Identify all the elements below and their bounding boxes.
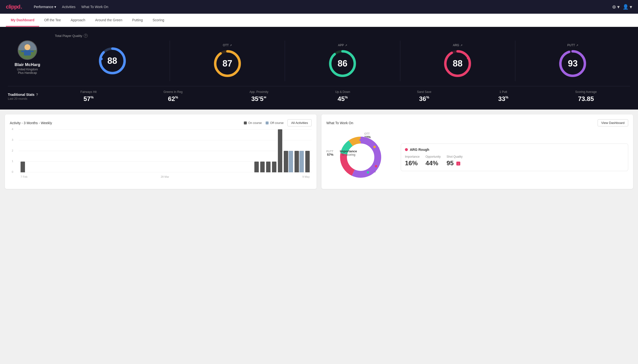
tab-off-the-tee[interactable]: Off the Tee [39, 14, 66, 27]
bar-w13-on [305, 151, 310, 172]
ott-label: OTT ↗ [223, 44, 232, 47]
x-label-may: 9 May [302, 175, 310, 178]
user-icon: 👤 [622, 4, 629, 10]
bar-w11-off [289, 151, 293, 172]
wtwo-header: What To Work On View Dashboard [326, 119, 628, 126]
wtwo-content: OTT 10% APP 12% ARG 21% PUTT [326, 130, 628, 184]
add-button[interactable]: ⊕ ▾ [612, 4, 620, 10]
logo-dot: . [21, 4, 22, 10]
tab-scoring[interactable]: Scoring [148, 14, 169, 27]
bar-w1-on [21, 162, 25, 172]
activity-panel: Activity - 3 Months - Weekly On course O… [5, 114, 317, 189]
score-cards: 88 OTT ↗ 87 [55, 40, 630, 81]
tab-my-dashboard[interactable]: My Dashboard [6, 14, 39, 27]
legend-off-course: Off course [266, 121, 284, 125]
bar-w6-on [254, 162, 259, 172]
avatar [18, 40, 37, 60]
info-stats: Importance 16% Opportunity 44% Shot Qual… [405, 155, 624, 167]
arg-arrow-icon: ↗ [460, 44, 463, 47]
svg-rect-3 [24, 50, 31, 56]
nav-wtwo-label: What To Work On [81, 5, 108, 9]
bar-group-w1 [21, 162, 25, 172]
stat-greens-in-reg: Greens In Reg 62% [163, 90, 183, 103]
tabs-bar: My Dashboard Off the Tee Approach Around… [0, 14, 638, 27]
trad-label-col: Traditional Stats ? Last 20 rounds [8, 93, 47, 100]
all-activities-button[interactable]: All Activities [287, 119, 312, 126]
nav-activities-label: Activities [62, 5, 75, 9]
svg-point-2 [25, 44, 30, 50]
score-putt-value: 93 [568, 58, 577, 69]
app-label: APP ↗ [338, 44, 347, 47]
donut-area: OTT 10% APP 12% ARG 21% PUTT [326, 130, 395, 184]
tpq-section: Total Player Quality ? 88 [55, 34, 630, 81]
hero-divider [8, 86, 630, 86]
score-app-value: 86 [338, 58, 347, 69]
svg-point-17 [467, 57, 469, 60]
wtwo-panel: What To Work On View Dashboard OTT 10% A… [321, 114, 633, 189]
chevron-down-icon: ▾ [54, 5, 56, 9]
trad-label: Traditional Stats ? [8, 93, 47, 96]
nav-performance-label: Performance [34, 5, 53, 9]
player-handicap: Plus Handicap [18, 71, 37, 74]
bar-group-w8 [266, 162, 271, 172]
score-card-ott: OTT ↗ 87 [170, 40, 285, 81]
hero-section: Blair McHarg United Kingdom Plus Handica… [0, 27, 638, 110]
trad-help-icon[interactable]: ? [36, 93, 38, 96]
putt-label: PUTT ↗ [567, 44, 578, 47]
activity-panel-header: Activity - 3 Months - Weekly On course O… [10, 119, 312, 126]
bar-group-w9 [272, 162, 276, 172]
user-menu[interactable]: 👤 ▾ [622, 4, 632, 10]
bar-w8-on [266, 162, 271, 172]
player-name: Blair McHarg [15, 62, 40, 67]
x-label-feb: 7 Feb [21, 175, 28, 178]
score-card-overall: 88 [55, 40, 170, 81]
bottom-panels: Activity - 3 Months - Weekly On course O… [0, 110, 638, 194]
legend-off-course-dot [266, 122, 269, 124]
info-stat-opportunity: Opportunity 44% [426, 155, 441, 167]
nav-performance[interactable]: Performance ▾ [34, 5, 56, 9]
info-card: ARG Rough Importance 16% Opportunity 44%… [401, 144, 628, 171]
bar-w12-on [295, 151, 299, 172]
grid-label-2: 2 [12, 149, 13, 152]
tab-approach[interactable]: Approach [66, 14, 90, 27]
nav-activities[interactable]: Activities [62, 5, 75, 9]
add-dropdown-arrow: ▾ [617, 4, 620, 10]
view-dashboard-button[interactable]: View Dashboard [598, 119, 628, 126]
nav-what-to-work-on[interactable]: What To Work On [81, 5, 108, 9]
trad-sublabel: Last 20 rounds [8, 97, 47, 100]
bars-container [19, 129, 312, 172]
stat-sand-save: Sand Save 36% [417, 90, 431, 103]
bar-group-w6 [254, 162, 259, 172]
activity-legend: On course Off course [244, 121, 284, 125]
legend-on-course-dot [244, 122, 247, 124]
donut-center: Importance To Scoring [340, 149, 357, 156]
tpq-help-icon[interactable]: ? [84, 34, 88, 38]
chart-area: 4 3 2 1 0 [10, 129, 312, 178]
tab-around-the-green[interactable]: Around the Green [90, 14, 127, 27]
top-nav: clippd. Performance ▾ Activities What To… [0, 0, 638, 14]
bar-w7-on [260, 162, 265, 172]
ring-putt: 93 [558, 49, 587, 78]
donut-svg [339, 135, 383, 179]
bar-group-w13 [305, 151, 310, 172]
legend-on-course: On course [244, 121, 262, 125]
svg-point-14 [341, 50, 344, 52]
bar-group-w12 [295, 151, 304, 172]
x-label-mar: 28 Mar [161, 175, 169, 178]
score-overall-value: 88 [107, 56, 117, 66]
grid-label-0: 0 [12, 170, 13, 173]
bar-w10-on [278, 129, 282, 172]
bar-group-w10 [278, 129, 282, 172]
grid-label-4: 4 [12, 128, 13, 130]
stat-items: Fairways Hit 57% Greens In Reg 62% App. … [47, 90, 630, 103]
user-dropdown-arrow: ▾ [630, 4, 632, 10]
tab-putting[interactable]: Putting [127, 14, 148, 27]
hero-top: Blair McHarg United Kingdom Plus Handica… [8, 34, 630, 81]
ott-arrow-icon: ↗ [230, 44, 232, 47]
arg-label: ARG ↗ [453, 44, 463, 47]
stat-fairways-hit: Fairways Hit 57% [81, 90, 97, 103]
svg-point-29 [373, 146, 376, 148]
bar-w12-off [299, 151, 304, 172]
info-stat-importance: Importance 16% [405, 155, 420, 167]
ring-overall: 88 [98, 46, 127, 76]
